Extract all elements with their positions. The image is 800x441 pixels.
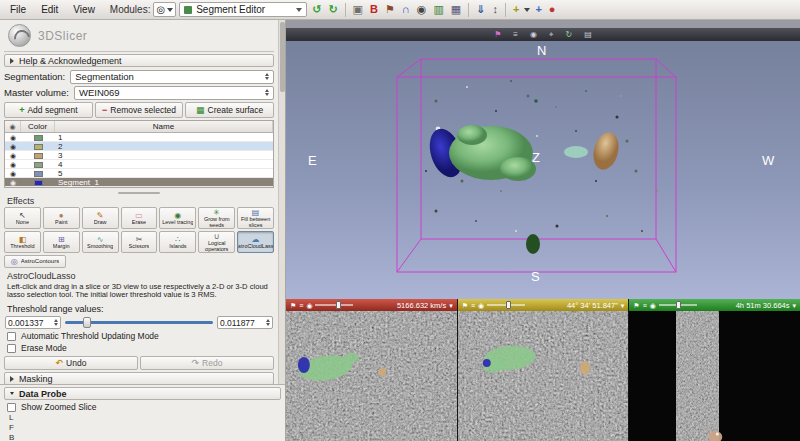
threshold-max-spinbox[interactable]: 0.011877	[217, 316, 273, 329]
module-selector[interactable]: Segment Editor	[179, 2, 307, 17]
segment-name[interactable]: 3	[55, 151, 273, 160]
segment-row-4[interactable]: ◉ 4	[5, 160, 273, 169]
pin-icon[interactable]: ⚑	[462, 302, 468, 309]
eye-icon[interactable]: ◉	[478, 302, 484, 309]
effect-none-button[interactable]: ↖ None	[4, 207, 41, 229]
effect-astrocontours-button[interactable]: ◎ AstroContours	[4, 255, 66, 268]
chevron-down-icon[interactable]: ▾	[449, 302, 453, 309]
segment-row-5[interactable]: ◉ 5	[5, 169, 273, 178]
green-slice-bar[interactable]: ⚑ ≡ ◉ 4h 51m 30.664s ▾	[629, 299, 800, 311]
effect-grow-from-seeds-button[interactable]: ✳ Grow from seeds	[198, 207, 235, 229]
center-view-icon[interactable]: ⌖	[549, 30, 554, 40]
slider-handle[interactable]	[83, 317, 91, 328]
green-slice-viewport[interactable]	[629, 311, 800, 441]
panel-scrollbar[interactable]	[278, 20, 285, 384]
menu-file[interactable]: File	[4, 2, 32, 17]
layout-icon[interactable]: ▤	[584, 30, 592, 39]
threed-view[interactable]: N E Z W S	[286, 41, 800, 299]
color-cell[interactable]	[21, 169, 55, 178]
color-cell[interactable]	[21, 151, 55, 160]
effect-astrocloudlasso-button[interactable]: ☁ AstroCloudLasso	[237, 231, 274, 253]
remove-selected-button[interactable]: − Remove selected	[95, 102, 184, 118]
add-marker-icon[interactable]: +	[511, 4, 521, 15]
auto-threshold-checkbox[interactable]	[7, 332, 16, 341]
color-cell[interactable]	[21, 133, 55, 142]
masking-section[interactable]: Masking	[4, 372, 274, 384]
eye-icon[interactable]: ◉	[5, 178, 21, 187]
redo-button[interactable]: ↷ Redo	[140, 356, 274, 370]
segment-name[interactable]: 2	[55, 142, 273, 151]
eye-icon[interactable]: ◉	[530, 30, 537, 39]
segment-name[interactable]: 1	[55, 133, 273, 142]
color-cell[interactable]	[21, 160, 55, 169]
threshold-min-spinbox[interactable]: 0.001337	[5, 316, 61, 329]
effect-smoothing-button[interactable]: ∿ Smoothing	[82, 231, 119, 253]
help-acknowledgement-section[interactable]: Help & Acknowledgement	[4, 54, 274, 67]
effect-scissors-button[interactable]: ✂ Scissors	[121, 231, 158, 253]
undo-button[interactable]: ↶ Undo	[4, 356, 138, 370]
segment-row-segment-1[interactable]: ◉ Segment_1	[5, 178, 273, 187]
module-search-button[interactable]: ◎	[153, 2, 176, 17]
scene-b-icon[interactable]: B	[368, 4, 380, 15]
segment-name[interactable]: Segment_1	[55, 178, 273, 187]
menu-edit[interactable]: Edit	[35, 2, 64, 17]
save-icon[interactable]: ⇓	[474, 4, 487, 15]
segment-row-3[interactable]: ◉ 3	[5, 151, 273, 160]
pin-icon[interactable]: ⚑	[633, 302, 639, 309]
effect-draw-button[interactable]: ✎ Draw	[82, 207, 119, 229]
pin-icon[interactable]: ⚑	[383, 4, 397, 15]
effect-logical-operators-button[interactable]: ∪ Logical operators	[198, 231, 235, 253]
master-volume-combobox[interactable]: WEIN069	[74, 86, 274, 100]
magnet-icon[interactable]: ∩	[400, 4, 412, 15]
effect-margin-button[interactable]: ⊞ Margin	[43, 231, 80, 253]
create-surface-button[interactable]: ▦ Create surface	[185, 102, 274, 118]
menu-icon[interactable]: ≡	[471, 302, 475, 309]
eye-icon[interactable]: ◉	[5, 142, 21, 151]
effect-fill-between-slices-button[interactable]: ▤ Fill between slices	[237, 207, 274, 229]
red-slice-bar[interactable]: ⚑ ≡ ◉ 5166.632 km/s ▾	[286, 299, 457, 311]
panel-splitter-handle[interactable]	[118, 192, 160, 194]
segment-name[interactable]: 4	[55, 160, 273, 169]
eye-icon[interactable]: ◉	[306, 302, 312, 309]
segment-row-2[interactable]: ◉ 2	[5, 142, 273, 151]
layout-icon[interactable]: ▦	[449, 4, 463, 15]
threshold-range-slider[interactable]	[65, 316, 213, 329]
history-forward-icon[interactable]: ↻	[326, 4, 339, 15]
effect-paint-button[interactable]: ● Paint	[43, 207, 80, 229]
chevron-down-icon[interactable]: ▾	[793, 302, 797, 309]
marker-red-icon[interactable]: ●	[547, 4, 558, 15]
effect-threshold-button[interactable]: ◧ Threshold	[4, 231, 41, 253]
menu-view[interactable]: View	[67, 2, 101, 17]
eye-icon[interactable]: ◉	[650, 302, 656, 309]
eye-icon[interactable]: ◉	[415, 4, 429, 15]
slice-offset-slider[interactable]	[487, 301, 525, 309]
eye-icon[interactable]: ◉	[5, 151, 21, 160]
color-cell[interactable]	[21, 142, 55, 151]
slice-offset-slider[interactable]	[315, 301, 353, 309]
segment-name[interactable]: 5	[55, 169, 273, 178]
sync-icon[interactable]: ↕	[490, 4, 500, 15]
eye-icon[interactable]: ◉	[5, 133, 21, 142]
chart-icon[interactable]: ▥	[431, 4, 445, 15]
show-zoomed-slice-checkbox[interactable]	[7, 403, 16, 412]
segment-row-1[interactable]: ◉ 1	[5, 133, 273, 142]
menu-icon[interactable]: ≡	[643, 302, 647, 309]
data-probe-section[interactable]: Data Probe	[4, 387, 281, 400]
erase-mode-checkbox[interactable]	[7, 344, 16, 353]
history-back-icon[interactable]: ↺	[310, 4, 323, 15]
screenshot-icon[interactable]: ▣	[351, 4, 365, 15]
yellow-slice-bar[interactable]: ⚑ ≡ ◉ 44° 34' 51.847" ▾	[458, 299, 629, 311]
red-slice-viewport[interactable]	[286, 311, 457, 441]
color-cell[interactable]	[21, 178, 55, 187]
spin-arrows-icon[interactable]	[54, 319, 58, 326]
add-segment-button[interactable]: + Add segment	[4, 102, 93, 118]
chevron-down-icon[interactable]: ▾	[621, 302, 625, 309]
effect-level-tracing-button[interactable]: ◉ Level tracing	[159, 207, 196, 229]
pin-icon[interactable]: ⚑	[494, 30, 501, 39]
segmentation-combobox[interactable]: Segmentation	[70, 70, 274, 84]
eye-icon[interactable]: ◉	[5, 169, 21, 178]
threed-view-controller-bar[interactable]: ⚑ ≡ ◉ ⌖ ↻ ▤	[286, 28, 800, 41]
chevron-down-icon[interactable]	[524, 8, 530, 12]
eye-icon[interactable]: ◉	[5, 160, 21, 169]
menu-icon[interactable]: ≡	[513, 30, 518, 39]
